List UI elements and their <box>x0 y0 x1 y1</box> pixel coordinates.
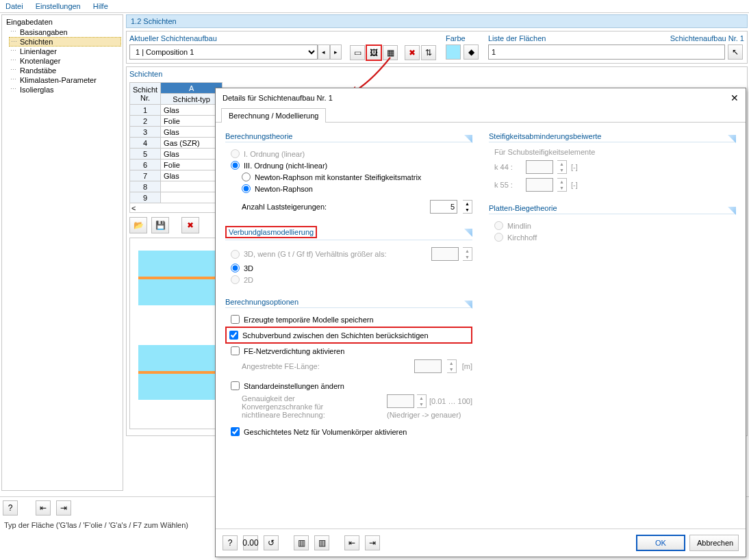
aufbau-nr: Schichtenaufbau Nr. 1 <box>670 34 744 42</box>
table-row[interactable]: 6Folie <box>130 160 223 170</box>
tree-item-linienlager[interactable]: Linienlager <box>9 47 121 56</box>
col-typ: Schicht-typ <box>161 94 223 105</box>
radio-ord3[interactable] <box>231 161 240 170</box>
ok-button[interactable]: OK <box>636 535 685 551</box>
close-icon[interactable]: ✕ <box>731 92 739 103</box>
menubar: Datei Einstellungen Hilfe <box>0 0 749 13</box>
dlg-help-icon[interactable]: ? <box>223 535 238 550</box>
radio-mindlin <box>494 221 503 230</box>
save-icon[interactable]: 💾 <box>151 217 169 233</box>
delete-icon[interactable]: ✖ <box>405 45 420 60</box>
radio-3d-ratio <box>231 250 240 259</box>
tree-root[interactable]: Eingabedaten <box>3 16 121 27</box>
radio-ord1 <box>231 149 240 158</box>
details-dialog: Details für Schichtenaufbau Nr. 1 ✕ Bere… <box>215 88 746 557</box>
table-row[interactable]: 3Glas <box>130 127 223 138</box>
color-pick-icon[interactable]: ◆ <box>464 44 479 60</box>
open-icon[interactable]: 📂 <box>129 217 147 233</box>
tree-item-randstaebe[interactable]: Randstäbe <box>9 66 121 75</box>
dlg-import-icon[interactable]: ⇤ <box>344 535 359 550</box>
conv-spinner: ▲▼ <box>417 394 427 408</box>
radio-nr-const[interactable] <box>242 173 251 181</box>
dlg-copy2-icon[interactable]: ▥ <box>314 535 329 550</box>
col-A: A <box>161 83 223 94</box>
table-row[interactable]: 4Gas (SZR) <box>130 138 223 149</box>
radio-nr[interactable] <box>242 184 251 193</box>
anzahl-input[interactable] <box>430 200 457 214</box>
tree-item-schichten[interactable]: Schichten <box>9 37 121 47</box>
k44-input <box>526 160 553 174</box>
tool-icon[interactable]: ⇅ <box>421 45 436 60</box>
group-platte: Platten-Biegetheorie <box>489 204 736 214</box>
help-icon[interactable]: ? <box>3 500 18 516</box>
new-icon[interactable]: ▭ <box>350 45 365 60</box>
tree-item-klimalasten[interactable]: Klimalasten-Parameter <box>9 75 121 85</box>
tab-berechnung[interactable]: Berechnung / Modellierung <box>221 108 326 123</box>
steif-sub: Für Schubsteifigkeitselemente <box>494 148 736 156</box>
schichten-label: Schichten <box>129 70 744 78</box>
cancel-button[interactable]: Abbrechen <box>689 535 739 551</box>
group-verbund: Verbundglasmodellierung <box>225 226 472 240</box>
tree-item-isolierglas[interactable]: Isolierglas <box>9 85 121 94</box>
menu-help[interactable]: Hilfe <box>93 2 108 10</box>
table-row[interactable]: 9 <box>130 192 223 203</box>
akt-label: Aktueller Schichtenaufbau <box>129 34 342 42</box>
table-row[interactable]: 2Folie <box>130 116 223 127</box>
menu-settings[interactable]: Einstellungen <box>36 2 81 10</box>
dialog-title: Details für Schichtenaufbau Nr. 1 <box>223 94 333 102</box>
delete-row-icon[interactable]: ✖ <box>181 217 199 233</box>
tree-item-knotenlager[interactable]: Knotenlager <box>9 56 121 66</box>
liste-label: Liste der Flächen <box>488 34 546 42</box>
col-nr: Schicht Nr. <box>130 83 161 105</box>
anzahl-label: Anzahl Laststeigerungen: <box>242 203 327 211</box>
anzahl-spinner[interactable]: ▲▼ <box>463 200 472 214</box>
color-swatch[interactable] <box>446 44 461 60</box>
dlg-units-icon[interactable]: 0.00 <box>243 535 258 550</box>
combo-prev[interactable]: ◂ <box>318 44 329 60</box>
composition-select[interactable]: 1 | Composition 1 <box>129 44 318 60</box>
combo-next[interactable]: ▸ <box>330 44 342 60</box>
nav-tree: Eingabedaten Basisangaben Schichten Lini… <box>1 14 123 491</box>
fe-length-label: Angestrebte FE-Länge: <box>242 362 320 370</box>
group-steif: Steifigkeitsabminderungsbeiwerte <box>489 132 736 142</box>
check-layered-mesh[interactable] <box>231 427 240 436</box>
table-row[interactable]: 1Glas <box>130 105 223 116</box>
panel-title: 1.2 Schichten <box>126 14 748 28</box>
tree-item-basisangaben[interactable]: Basisangaben <box>9 27 121 37</box>
dlg-reset-icon[interactable]: ↺ <box>264 535 279 550</box>
k55-input <box>526 178 553 192</box>
details-icon[interactable]: 🖼 <box>366 45 381 60</box>
surfaces-input[interactable] <box>488 44 725 60</box>
layers-table: Schicht Nr. A Schicht-typ 1Glas 2Folie 3… <box>129 82 223 203</box>
windows-icon[interactable]: ▦ <box>383 45 398 60</box>
ratio-input <box>431 247 459 261</box>
table-row[interactable]: 8 <box>130 181 223 192</box>
import-icon[interactable]: ⇤ <box>36 500 51 516</box>
export-icon[interactable]: ⇥ <box>56 500 71 516</box>
group-options: Berechnungsoptionen <box>225 298 472 308</box>
pick-surface-icon[interactable]: ↖ <box>728 44 743 60</box>
farbe-label: Farbe <box>446 34 480 42</box>
check-schubverbund[interactable] <box>229 331 238 340</box>
group-theorie: Berechnungstheorie <box>225 132 472 142</box>
check-temp-models[interactable] <box>231 315 240 324</box>
dlg-copy1-icon[interactable]: ▥ <box>294 535 309 550</box>
fe-length-spinner: ▲▼ <box>447 359 457 373</box>
radio-3d[interactable] <box>231 264 240 272</box>
check-fe-refine[interactable] <box>231 346 240 355</box>
check-defaults[interactable] <box>231 381 240 390</box>
conv-input <box>387 394 414 408</box>
table-row[interactable]: 7Glas <box>130 170 223 181</box>
radio-2d <box>231 275 240 284</box>
dlg-export-icon[interactable]: ⇥ <box>365 535 380 550</box>
menu-file[interactable]: Datei <box>5 2 23 10</box>
ratio-spinner: ▲▼ <box>463 247 472 261</box>
radio-kirchhoff <box>494 233 503 242</box>
fe-length-input <box>414 359 442 373</box>
table-row[interactable]: 5Glas <box>130 149 223 160</box>
